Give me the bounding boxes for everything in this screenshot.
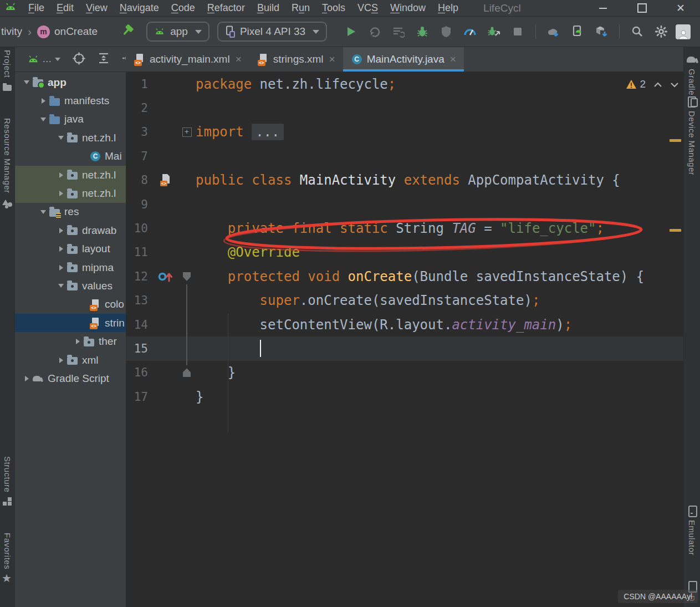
- chevron-icon[interactable]: [55, 262, 67, 273]
- chevron-icon[interactable]: [55, 132, 67, 144]
- apply-code-changes-button[interactable]: [389, 23, 408, 40]
- tree-row[interactable]: strin: [15, 314, 126, 332]
- menu-item[interactable]: Help: [432, 2, 464, 13]
- tool-window-button[interactable]: Resource Manager: [0, 118, 14, 208]
- tool-window-button[interactable]: Device Manager: [684, 96, 700, 175]
- attach-debugger-to-process-button[interactable]: [484, 23, 503, 40]
- tab-close-icon[interactable]: ×: [236, 53, 242, 65]
- tree-row[interactable]: net.zh.l: [15, 166, 126, 184]
- code-line[interactable]: 7 <>: [126, 144, 683, 168]
- code-line[interactable]: 1 <> package net.zh.lifecycle;: [126, 72, 683, 96]
- tool-window-button[interactable]: Structure: [0, 456, 14, 507]
- tree-row[interactable]: java: [15, 110, 126, 129]
- tree-row[interactable]: res: [15, 203, 126, 221]
- tree-row[interactable]: drawab: [15, 221, 126, 239]
- tree-row[interactable]: Mai: [15, 147, 126, 166]
- tool-window-button[interactable]: Project: [0, 50, 14, 93]
- maximize-icon[interactable]: [637, 3, 647, 13]
- chevron-icon[interactable]: [55, 243, 67, 254]
- code-line[interactable]: 2 <>: [126, 96, 683, 120]
- inspection-widget[interactable]: 2: [626, 78, 679, 90]
- chevron-icon[interactable]: [21, 77, 32, 88]
- scrollbar-warning-mark[interactable]: [670, 229, 681, 232]
- settings-gear-icon[interactable]: [122, 53, 126, 66]
- close-icon[interactable]: ✕: [676, 3, 686, 13]
- code-line[interactable]: 10 <> private final static String TAG = …: [126, 216, 683, 240]
- chevron-icon[interactable]: [79, 151, 90, 162]
- tree-row[interactable]: net.zh.l: [15, 129, 126, 147]
- code-line[interactable]: 16 <> }: [126, 361, 683, 385]
- device-selector[interactable]: Pixel 4 API 33: [217, 22, 327, 42]
- chevron-icon[interactable]: [38, 95, 49, 106]
- code-line[interactable]: 13 <> super.onCreate(savedInstanceState)…: [126, 289, 683, 313]
- tab-close-icon[interactable]: ×: [450, 53, 456, 65]
- avatar[interactable]: [676, 24, 691, 39]
- tree-row[interactable]: layout: [15, 240, 126, 258]
- menu-item[interactable]: Refactor: [201, 2, 251, 13]
- code-line[interactable]: 12 <> protected void onCreate(Bundle sav…: [126, 264, 683, 288]
- menu-item[interactable]: Navigate: [114, 2, 165, 13]
- apply-changes-button[interactable]: [365, 23, 384, 40]
- tab-close-icon[interactable]: ×: [329, 53, 335, 65]
- code-editor[interactable]: 1 <> package net.zh.lifecycle; 2 <>: [126, 72, 683, 607]
- prev-warning-icon[interactable]: [653, 78, 662, 90]
- code-line[interactable]: 14 <> setContentView(R.layout.activity_m…: [126, 313, 683, 336]
- chevron-icon[interactable]: [72, 336, 83, 347]
- tree-row[interactable]: net.zh.l: [15, 184, 126, 202]
- chevron-icon[interactable]: [55, 355, 67, 366]
- locate-file-icon[interactable]: [73, 52, 85, 67]
- next-warning-icon[interactable]: [670, 78, 679, 90]
- editor-tab[interactable]: strings.xml ×: [249, 47, 343, 72]
- settings-gear-icon[interactable]: [652, 23, 671, 40]
- fold-marker[interactable]: [179, 368, 195, 377]
- code-line[interactable]: 11 <> @Override: [126, 241, 683, 264]
- minimize-icon[interactable]: [598, 3, 608, 13]
- search-everywhere-icon[interactable]: [628, 23, 647, 40]
- device-manager-button[interactable]: [568, 23, 587, 40]
- menu-item[interactable]: Run: [285, 2, 316, 13]
- profiler-button[interactable]: [461, 23, 479, 40]
- chevron-icon[interactable]: [79, 299, 90, 310]
- code-line[interactable]: 8 <> public class MainActivity extends A…: [126, 169, 683, 192]
- chevron-icon[interactable]: [38, 114, 49, 125]
- android-view-selector[interactable]: ...: [27, 54, 60, 65]
- chevron-icon[interactable]: [55, 280, 67, 292]
- breadcrumb-class[interactable]: tivity: [1, 25, 22, 38]
- menu-item[interactable]: File: [22, 2, 50, 13]
- gutter-icon[interactable]: <>: [152, 174, 179, 187]
- menu-item[interactable]: View: [80, 2, 114, 13]
- menu-item[interactable]: Tools: [316, 2, 351, 13]
- run-button[interactable]: [341, 23, 360, 40]
- tool-window-button[interactable]: Gradle: [684, 54, 700, 95]
- editor-tab[interactable]: activity_main.xml ×: [126, 47, 249, 72]
- tree-row[interactable]: xml: [15, 351, 126, 369]
- code-line[interactable]: 9 <>: [126, 192, 683, 216]
- menu-item[interactable]: Code: [165, 2, 201, 13]
- chevron-icon[interactable]: [38, 206, 49, 217]
- chevron-icon[interactable]: [21, 373, 32, 384]
- tree-row[interactable]: ther: [15, 332, 126, 350]
- build-hammer-icon[interactable]: [122, 23, 136, 40]
- scrollbar-warning-mark[interactable]: [670, 139, 681, 142]
- menu-item[interactable]: VCS: [351, 2, 384, 13]
- chevron-icon[interactable]: [55, 225, 67, 236]
- breadcrumb-method[interactable]: onCreate: [54, 25, 98, 38]
- tree-row[interactable]: values: [15, 277, 126, 295]
- tree-row[interactable]: Gradle Script: [15, 369, 126, 387]
- chevron-icon[interactable]: [55, 188, 67, 199]
- run-config-selector[interactable]: app: [146, 22, 210, 42]
- editor-tab[interactable]: MainActivity.java ×: [343, 47, 464, 72]
- debug-button[interactable]: [413, 23, 432, 40]
- collapse-all-icon[interactable]: [98, 52, 110, 67]
- chevron-icon[interactable]: [55, 170, 67, 181]
- tree-row[interactable]: manifests: [15, 91, 126, 110]
- menu-item[interactable]: Window: [384, 2, 432, 13]
- gutter-icon[interactable]: <>: [152, 270, 179, 283]
- stop-button[interactable]: [508, 23, 527, 40]
- code-line[interactable]: 17 <> }: [126, 385, 683, 409]
- tool-window-button[interactable]: Favorites: [0, 533, 14, 584]
- tool-window-button[interactable]: Emulator: [684, 505, 700, 555]
- sync-gradle-button[interactable]: [544, 23, 563, 40]
- sdk-manager-button[interactable]: [592, 23, 611, 40]
- fold-marker[interactable]: [179, 272, 195, 281]
